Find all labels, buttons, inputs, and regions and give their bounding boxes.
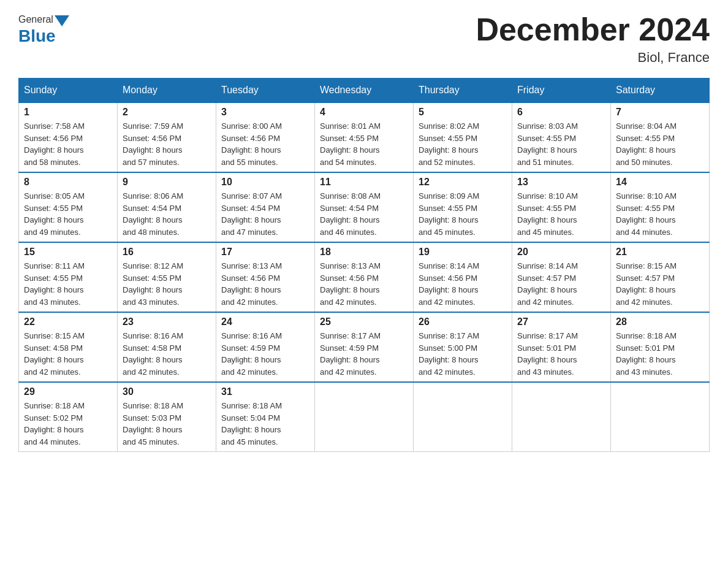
calendar-cell: 1 Sunrise: 7:58 AMSunset: 4:56 PMDayligh… xyxy=(19,102,118,172)
day-info: Sunrise: 8:07 AMSunset: 4:54 PMDaylight:… xyxy=(221,190,309,238)
day-info: Sunrise: 8:15 AMSunset: 4:58 PMDaylight:… xyxy=(24,330,112,378)
day-info: Sunrise: 8:16 AMSunset: 4:59 PMDaylight:… xyxy=(221,330,309,378)
day-number: 4 xyxy=(320,107,408,118)
calendar-cell: 20 Sunrise: 8:14 AMSunset: 4:57 PMDaylig… xyxy=(512,242,611,312)
calendar-cell: 2 Sunrise: 7:59 AMSunset: 4:56 PMDayligh… xyxy=(118,102,216,172)
calendar-table: SundayMondayTuesdayWednesdayThursdayFrid… xyxy=(18,78,710,452)
day-info: Sunrise: 8:11 AMSunset: 4:55 PMDaylight:… xyxy=(24,260,112,308)
calendar-cell: 12 Sunrise: 8:09 AMSunset: 4:55 PMDaylig… xyxy=(414,172,512,242)
day-number: 23 xyxy=(123,316,211,327)
day-number: 20 xyxy=(517,247,605,258)
calendar-day-header: Sunday xyxy=(19,79,118,103)
location: Biol, France xyxy=(476,50,710,66)
day-number: 27 xyxy=(517,316,605,327)
calendar-cell: 27 Sunrise: 8:17 AMSunset: 5:01 PMDaylig… xyxy=(512,312,611,382)
calendar-cell: 29 Sunrise: 8:18 AMSunset: 5:02 PMDaylig… xyxy=(19,382,118,452)
day-number: 14 xyxy=(616,177,704,188)
calendar-cell: 28 Sunrise: 8:18 AMSunset: 5:01 PMDaylig… xyxy=(611,312,710,382)
calendar-day-header: Saturday xyxy=(611,79,710,103)
day-number: 16 xyxy=(123,247,211,258)
day-info: Sunrise: 7:59 AMSunset: 4:56 PMDaylight:… xyxy=(123,120,211,168)
calendar-cell: 4 Sunrise: 8:01 AMSunset: 4:55 PMDayligh… xyxy=(315,102,414,172)
day-info: Sunrise: 8:00 AMSunset: 4:56 PMDaylight:… xyxy=(221,120,309,168)
day-info: Sunrise: 8:06 AMSunset: 4:54 PMDaylight:… xyxy=(123,190,211,238)
calendar-cell: 10 Sunrise: 8:07 AMSunset: 4:54 PMDaylig… xyxy=(216,172,315,242)
day-number: 26 xyxy=(419,316,507,327)
calendar-cell: 14 Sunrise: 8:10 AMSunset: 4:55 PMDaylig… xyxy=(611,172,710,242)
calendar-cell: 24 Sunrise: 8:16 AMSunset: 4:59 PMDaylig… xyxy=(216,312,315,382)
logo: General Blue xyxy=(18,12,70,46)
day-number: 8 xyxy=(24,177,112,188)
day-number: 12 xyxy=(419,177,507,188)
calendar-cell xyxy=(414,382,512,452)
calendar-cell: 26 Sunrise: 8:17 AMSunset: 5:00 PMDaylig… xyxy=(414,312,512,382)
logo-general-text: General xyxy=(18,14,53,25)
calendar-cell xyxy=(611,382,710,452)
logo-blue-text: Blue xyxy=(18,26,56,46)
calendar-cell: 11 Sunrise: 8:08 AMSunset: 4:54 PMDaylig… xyxy=(315,172,414,242)
calendar-cell: 31 Sunrise: 8:18 AMSunset: 5:04 PMDaylig… xyxy=(216,382,315,452)
day-info: Sunrise: 8:15 AMSunset: 4:57 PMDaylight:… xyxy=(616,260,704,308)
day-info: Sunrise: 8:02 AMSunset: 4:55 PMDaylight:… xyxy=(419,120,507,168)
day-info: Sunrise: 8:14 AMSunset: 4:56 PMDaylight:… xyxy=(419,260,507,308)
calendar-day-header: Monday xyxy=(118,79,216,103)
day-number: 6 xyxy=(517,107,605,118)
calendar-cell: 16 Sunrise: 8:12 AMSunset: 4:55 PMDaylig… xyxy=(118,242,216,312)
day-info: Sunrise: 8:05 AMSunset: 4:55 PMDaylight:… xyxy=(24,190,112,238)
calendar-cell: 9 Sunrise: 8:06 AMSunset: 4:54 PMDayligh… xyxy=(118,172,216,242)
day-number: 22 xyxy=(24,316,112,327)
calendar-cell: 19 Sunrise: 8:14 AMSunset: 4:56 PMDaylig… xyxy=(414,242,512,312)
day-number: 29 xyxy=(24,386,112,397)
day-number: 2 xyxy=(123,107,211,118)
day-number: 31 xyxy=(221,386,309,397)
calendar-cell: 15 Sunrise: 8:11 AMSunset: 4:55 PMDaylig… xyxy=(19,242,118,312)
day-info: Sunrise: 8:17 AMSunset: 5:00 PMDaylight:… xyxy=(419,330,507,378)
calendar-week-row: 1 Sunrise: 7:58 AMSunset: 4:56 PMDayligh… xyxy=(19,102,710,172)
day-info: Sunrise: 8:13 AMSunset: 4:56 PMDaylight:… xyxy=(221,260,309,308)
title-section: December 2024 Biol, France xyxy=(476,12,710,66)
day-info: Sunrise: 8:16 AMSunset: 4:58 PMDaylight:… xyxy=(123,330,211,378)
calendar-week-row: 15 Sunrise: 8:11 AMSunset: 4:55 PMDaylig… xyxy=(19,242,710,312)
day-info: Sunrise: 7:58 AMSunset: 4:56 PMDaylight:… xyxy=(24,120,112,168)
day-number: 21 xyxy=(616,247,704,258)
day-number: 30 xyxy=(123,386,211,397)
calendar-cell xyxy=(315,382,414,452)
day-info: Sunrise: 8:17 AMSunset: 5:01 PMDaylight:… xyxy=(517,330,605,378)
calendar-week-row: 22 Sunrise: 8:15 AMSunset: 4:58 PMDaylig… xyxy=(19,312,710,382)
day-info: Sunrise: 8:03 AMSunset: 4:55 PMDaylight:… xyxy=(517,120,605,168)
day-info: Sunrise: 8:08 AMSunset: 4:54 PMDaylight:… xyxy=(320,190,408,238)
month-title: December 2024 xyxy=(476,12,710,47)
calendar-cell: 21 Sunrise: 8:15 AMSunset: 4:57 PMDaylig… xyxy=(611,242,710,312)
day-info: Sunrise: 8:17 AMSunset: 4:59 PMDaylight:… xyxy=(320,330,408,378)
day-number: 28 xyxy=(616,316,704,327)
day-number: 7 xyxy=(616,107,704,118)
calendar-cell: 6 Sunrise: 8:03 AMSunset: 4:55 PMDayligh… xyxy=(512,102,611,172)
day-info: Sunrise: 8:12 AMSunset: 4:55 PMDaylight:… xyxy=(123,260,211,308)
day-info: Sunrise: 8:09 AMSunset: 4:55 PMDaylight:… xyxy=(419,190,507,238)
day-number: 3 xyxy=(221,107,309,118)
logo-arrow-icon xyxy=(55,15,69,26)
day-number: 10 xyxy=(221,177,309,188)
day-info: Sunrise: 8:10 AMSunset: 4:55 PMDaylight:… xyxy=(517,190,605,238)
calendar-cell: 22 Sunrise: 8:15 AMSunset: 4:58 PMDaylig… xyxy=(19,312,118,382)
calendar-cell: 30 Sunrise: 8:18 AMSunset: 5:03 PMDaylig… xyxy=(118,382,216,452)
calendar-cell xyxy=(512,382,611,452)
day-number: 13 xyxy=(517,177,605,188)
calendar-week-row: 8 Sunrise: 8:05 AMSunset: 4:55 PMDayligh… xyxy=(19,172,710,242)
calendar-cell: 23 Sunrise: 8:16 AMSunset: 4:58 PMDaylig… xyxy=(118,312,216,382)
day-number: 25 xyxy=(320,316,408,327)
day-number: 9 xyxy=(123,177,211,188)
day-info: Sunrise: 8:04 AMSunset: 4:55 PMDaylight:… xyxy=(616,120,704,168)
calendar-cell: 17 Sunrise: 8:13 AMSunset: 4:56 PMDaylig… xyxy=(216,242,315,312)
page-header: General Blue December 2024 Biol, France xyxy=(18,12,710,66)
day-number: 11 xyxy=(320,177,408,188)
day-info: Sunrise: 8:18 AMSunset: 5:02 PMDaylight:… xyxy=(24,400,112,448)
calendar-cell: 13 Sunrise: 8:10 AMSunset: 4:55 PMDaylig… xyxy=(512,172,611,242)
day-info: Sunrise: 8:18 AMSunset: 5:04 PMDaylight:… xyxy=(221,400,309,448)
calendar-body: 1 Sunrise: 7:58 AMSunset: 4:56 PMDayligh… xyxy=(19,102,710,452)
day-number: 18 xyxy=(320,247,408,258)
day-number: 24 xyxy=(221,316,309,327)
day-number: 19 xyxy=(419,247,507,258)
calendar-day-header: Tuesday xyxy=(216,79,315,103)
calendar-cell: 25 Sunrise: 8:17 AMSunset: 4:59 PMDaylig… xyxy=(315,312,414,382)
